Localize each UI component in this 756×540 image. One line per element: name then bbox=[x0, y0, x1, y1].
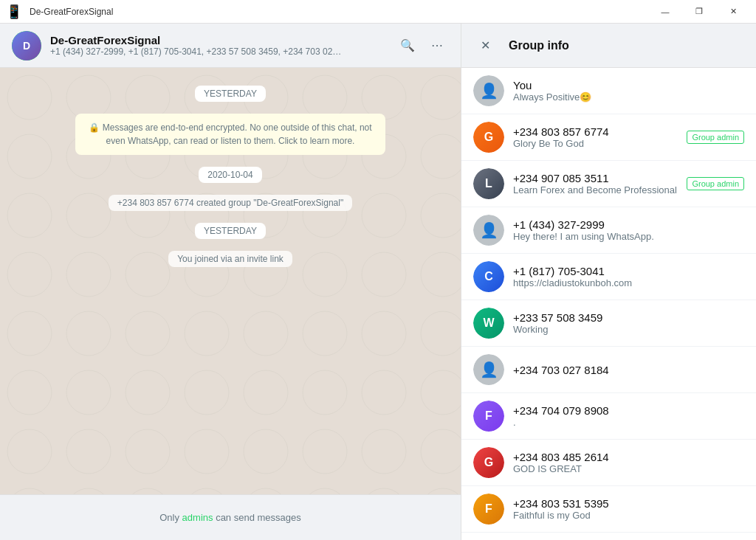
member-status: https://cladiustokunboh.com bbox=[513, 277, 744, 288]
member-avatar: C bbox=[473, 261, 504, 292]
group-info-panel: ✕ Group info 👤 You Always Positive😊 G bbox=[461, 24, 756, 540]
member-name: You bbox=[513, 79, 744, 91]
chat-header-actions: 🔍 ⋯ bbox=[396, 34, 449, 58]
member-status: Always Positive😊 bbox=[513, 91, 744, 103]
date-badge-yesterday2: YESTERDAY bbox=[195, 223, 266, 239]
member-item[interactable]: W +233 57 508 3459 Working bbox=[461, 300, 756, 347]
member-avatar: W bbox=[473, 308, 504, 339]
chat-subtitle: +1 (434) 327-2999, +1 (817) 705-3041, +2… bbox=[50, 46, 346, 57]
app-icon: 📱 bbox=[6, 4, 22, 20]
group-info-members: 👤 You Always Positive😊 G +234 803 857 67… bbox=[461, 68, 756, 540]
member-item[interactable]: G +234 803 857 6774 Glory Be To God Grou… bbox=[461, 114, 756, 161]
member-info: +234 803 485 2614 GOD IS GREAT bbox=[513, 451, 744, 474]
chat-input-notice: Only admins can send messages bbox=[12, 512, 449, 523]
member-info: +234 803 857 6774 Glory Be To God bbox=[513, 125, 678, 149]
member-info: +233 57 508 3459 Working bbox=[513, 311, 744, 335]
close-button[interactable]: ✕ bbox=[716, 0, 750, 24]
titlebar: 📱 De-GreatForexSignal — ❐ ✕ bbox=[0, 0, 756, 24]
member-avatar: 👤 bbox=[473, 354, 504, 385]
member-avatar: G bbox=[473, 447, 504, 478]
member-name: +234 803 485 2614 bbox=[513, 451, 744, 463]
group-info-header: ✕ Group info bbox=[461, 24, 756, 68]
member-info: +234 704 079 8908 . bbox=[513, 404, 744, 428]
member-avatar: F bbox=[473, 401, 504, 432]
member-avatar: L bbox=[473, 168, 504, 199]
member-info: +234 907 085 3511 Learn Forex and Become… bbox=[513, 172, 678, 195]
date-badge-2020: 2020-10-04 bbox=[199, 167, 261, 183]
member-info: +1 (434) 327-2999 Hey there! I am using … bbox=[513, 218, 744, 242]
member-status: Glory Be To God bbox=[513, 138, 678, 149]
window-controls: — ❐ ✕ bbox=[648, 0, 750, 24]
member-avatar: G bbox=[473, 122, 504, 153]
event-message-joined: You joined via an invite link bbox=[168, 251, 292, 267]
member-name: +234 907 085 3511 bbox=[513, 172, 678, 184]
member-info: +234 703 027 8184 bbox=[513, 364, 744, 376]
more-members-button[interactable]: ▾ 44 more bbox=[461, 533, 756, 540]
minimize-button[interactable]: — bbox=[648, 0, 682, 24]
admins-link[interactable]: admins bbox=[182, 512, 213, 523]
chat-messages: YESTERDAY 🔒 Messages are end-to-end encr… bbox=[0, 68, 461, 494]
member-item[interactable]: F +234 803 531 5395 Faithful is my God bbox=[461, 486, 756, 533]
member-avatar: 👤 bbox=[473, 215, 504, 246]
search-button[interactable]: 🔍 bbox=[396, 34, 419, 58]
group-admin-badge: Group admin bbox=[687, 177, 744, 190]
member-name: +1 (817) 705-3041 bbox=[513, 265, 744, 277]
chat-panel: D De-GreatForexSignal +1 (434) 327-2999,… bbox=[0, 24, 461, 540]
chat-input-bar: Only admins can send messages bbox=[0, 494, 461, 540]
member-item[interactable]: C +1 (817) 705-3041 https://cladiustokun… bbox=[461, 254, 756, 300]
member-status: GOD IS GREAT bbox=[513, 463, 744, 474]
group-info-title: Group info bbox=[509, 39, 569, 52]
member-name: +233 57 508 3459 bbox=[513, 311, 744, 324]
member-avatar: 👤 bbox=[473, 75, 504, 106]
main-container: D De-GreatForexSignal +1 (434) 327-2999,… bbox=[0, 24, 756, 540]
titlebar-title: De-GreatForexSignal bbox=[27, 7, 648, 17]
member-item[interactable]: G +234 803 485 2614 GOD IS GREAT bbox=[461, 440, 756, 486]
member-info: You Always Positive😊 bbox=[513, 79, 744, 103]
member-item[interactable]: L +234 907 085 3511 Learn Forex and Beco… bbox=[461, 161, 756, 207]
close-group-info-button[interactable]: ✕ bbox=[473, 34, 497, 58]
member-info: +234 803 531 5395 Faithful is my God bbox=[513, 497, 744, 521]
member-name: +1 (434) 327-2999 bbox=[513, 218, 744, 231]
chat-name[interactable]: De-GreatForexSignal bbox=[50, 34, 387, 46]
date-badge-yesterday: YESTERDAY bbox=[195, 86, 266, 102]
member-status: Learn Forex and Become Professional bbox=[513, 184, 678, 195]
member-info: +1 (817) 705-3041 https://cladiustokunbo… bbox=[513, 265, 744, 288]
system-message[interactable]: 🔒 Messages are end-to-end encrypted. No … bbox=[75, 114, 385, 155]
member-item[interactable]: 👤 You Always Positive😊 bbox=[461, 68, 756, 114]
event-message-created: +234 803 857 6774 created group "De-Grea… bbox=[109, 195, 352, 211]
member-status: Faithful is my God bbox=[513, 510, 744, 521]
member-status: Working bbox=[513, 324, 744, 335]
member-status: . bbox=[513, 417, 744, 428]
member-item[interactable]: F +234 704 079 8908 . bbox=[461, 393, 756, 440]
group-admin-badge: Group admin bbox=[687, 131, 744, 144]
member-avatar: F bbox=[473, 494, 504, 525]
member-name: +234 704 079 8908 bbox=[513, 404, 744, 417]
chat-header-info: De-GreatForexSignal +1 (434) 327-2999, +… bbox=[50, 34, 387, 57]
member-name: +234 803 531 5395 bbox=[513, 497, 744, 510]
member-name: +234 703 027 8184 bbox=[513, 364, 744, 376]
maximize-button[interactable]: ❐ bbox=[682, 0, 716, 24]
menu-button[interactable]: ⋯ bbox=[425, 34, 449, 58]
member-item[interactable]: 👤 +1 (434) 327-2999 Hey there! I am usin… bbox=[461, 207, 756, 254]
member-status: Hey there! I am using WhatsApp. bbox=[513, 231, 744, 242]
member-name: +234 803 857 6774 bbox=[513, 125, 678, 138]
chat-header: D De-GreatForexSignal +1 (434) 327-2999,… bbox=[0, 24, 461, 68]
group-avatar[interactable]: D bbox=[12, 31, 41, 60]
member-item[interactable]: 👤 +234 703 027 8184 bbox=[461, 347, 756, 393]
